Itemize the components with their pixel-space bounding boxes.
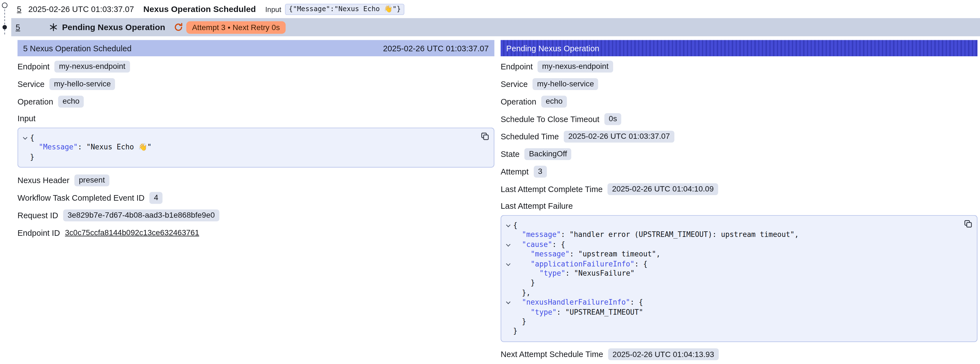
field-value-badge: 3e829b7e-7d67-4b08-aad3-b1e868bfe9e0	[63, 209, 219, 221]
code-token: "nexusHandlerFailureInfo"	[522, 298, 630, 308]
field-operation: Operation echo	[501, 93, 977, 110]
failure-section-label: Last Attempt Failure	[501, 198, 977, 214]
code-token: }	[531, 278, 535, 288]
event-panel-title: 5 Nexus Operation Scheduled	[23, 43, 132, 53]
field-label: Endpoint	[501, 62, 533, 71]
code-token: : "UPSTREAM_TIMEOUT"	[557, 307, 643, 317]
pending-panel-header: Pending Nexus Operation	[501, 40, 977, 56]
attempt-retry-badge: Attempt 3 • Next Retry 0s	[186, 21, 286, 34]
collapse-chevron-icon[interactable]	[503, 240, 513, 250]
field-wft-completed-event-id: Workflow Task Completed Event ID 4	[18, 189, 495, 206]
pending-panel-body: Endpoint my-nexus-endpoint Service my-he…	[501, 56, 977, 363]
field-state: State BackingOff	[501, 145, 977, 163]
field-value-badge: my-nexus-endpoint	[55, 61, 130, 72]
field-label: Endpoint ID	[18, 228, 60, 238]
code-gutter	[503, 278, 513, 288]
collapse-chevron-icon[interactable]	[503, 259, 513, 269]
code-token: "Message"	[39, 143, 78, 152]
field-value-badge: present	[75, 174, 109, 186]
collapse-chevron-icon[interactable]	[503, 298, 513, 308]
field-schedule-to-close-timeout: Schedule To Close Timeout 0s	[501, 110, 977, 128]
endpoint-id-link[interactable]: 3c0c75ccfa8144b092c13ce632463761	[65, 228, 199, 237]
code-gutter	[503, 317, 513, 327]
code-gutter	[503, 250, 513, 259]
event-id-link[interactable]: 5	[17, 5, 21, 14]
field-scheduled-time: Scheduled Time 2025-02-26 UTC 01:03:37.0…	[501, 128, 977, 145]
field-value-badge: my-hello-service	[49, 78, 115, 90]
field-label: Request ID	[18, 211, 58, 220]
field-value-badge: 4	[150, 192, 163, 204]
code-token: : {	[630, 298, 643, 308]
code-token: {	[30, 133, 35, 143]
code-line: }	[503, 317, 959, 327]
code-token: }	[513, 327, 517, 337]
event-panel-timestamp: 2025-02-26 UTC 01:03:37.07	[383, 43, 488, 53]
event-title: Nexus Operation Scheduled	[143, 5, 256, 14]
pending-operation-row[interactable]: 5 Pending Nexus Operation Attempt 3 • Ne…	[11, 18, 980, 36]
code-line: {	[503, 221, 959, 230]
copy-icon[interactable]	[964, 220, 972, 228]
code-token: "message"	[531, 250, 570, 259]
code-gutter	[19, 152, 30, 162]
code-line: }	[503, 278, 959, 288]
field-request-id: Request ID 3e829b7e-7d67-4b08-aad3-b1e86…	[18, 206, 495, 224]
field-label: Operation	[501, 97, 536, 106]
code-token: "type"	[531, 307, 557, 317]
field-value-badge: echo	[541, 95, 567, 107]
code-token: "type"	[539, 269, 565, 279]
field-label: Attempt	[501, 167, 529, 176]
field-label: Workflow Task Completed Event ID	[18, 193, 145, 203]
field-service: Service my-hello-service	[501, 75, 977, 93]
event-summary-row[interactable]: 5 2025-02-26 UTC 01:03:37.07 Nexus Opera…	[0, 0, 980, 18]
input-preview-value: {"Message":"Nexus Echo 👋"}	[285, 3, 404, 14]
pending-operation-panel: Pending Nexus Operation Endpoint my-nexu…	[501, 40, 977, 364]
pending-title: Pending Nexus Operation	[62, 22, 165, 32]
field-label: Last Attempt Complete Time	[501, 184, 603, 194]
field-value-badge: 2025-02-26 UTC 01:04:10.09	[608, 183, 718, 195]
code-line: "message": "upstream timeout",	[503, 250, 959, 259]
field-value-badge: 0s	[605, 113, 622, 125]
code-token: : "NexusFailure"	[565, 269, 635, 279]
code-token: {	[513, 221, 517, 230]
event-panel-header: 5 Nexus Operation Scheduled 2025-02-26 U…	[18, 40, 495, 56]
code-line: "cause": {	[503, 240, 959, 250]
field-value-badge: 3	[534, 165, 547, 177]
field-label: Operation	[18, 97, 53, 106]
code-gutter	[503, 230, 513, 240]
code-token: }	[30, 152, 35, 162]
input-section-label: Input	[18, 110, 495, 126]
code-token: "cause"	[522, 240, 552, 250]
field-label: Endpoint	[18, 62, 49, 71]
field-value-badge: 2025-02-26 UTC 01:03:37.07	[564, 131, 674, 142]
code-line: "Message": "Nexus Echo 👋"	[19, 143, 476, 152]
timeline-connector	[5, 10, 5, 35]
field-label: Nexus Header	[18, 176, 69, 185]
code-gutter	[19, 143, 30, 152]
code-gutter	[503, 288, 513, 298]
code-line: }	[19, 152, 476, 162]
code-gutter	[503, 307, 513, 317]
code-line: },	[503, 288, 959, 298]
field-label: Service	[18, 79, 45, 89]
timeline-dot-icon	[3, 25, 7, 30]
code-gutter	[503, 327, 513, 337]
copy-icon[interactable]	[480, 132, 489, 140]
event-panel-body: Endpoint my-nexus-endpoint Service my-he…	[18, 56, 495, 242]
event-detail-panel: 5 Nexus Operation Scheduled 2025-02-26 U…	[18, 40, 495, 242]
field-value-badge: my-hello-service	[533, 78, 598, 90]
field-service: Service my-hello-service	[18, 75, 495, 93]
collapse-chevron-icon[interactable]	[19, 133, 30, 143]
code-line: "nexusHandlerFailureInfo": {	[503, 298, 959, 308]
field-last-attempt-complete-time: Last Attempt Complete Time 2025-02-26 UT…	[501, 180, 977, 198]
event-timestamp: 2025-02-26 UTC 01:03:37.07	[28, 5, 134, 14]
collapse-chevron-icon[interactable]	[503, 221, 513, 230]
code-token: : "Nexus Echo 👋"	[78, 143, 151, 152]
code-line: "message": "handler error (UPSTREAM_TIME…	[503, 230, 959, 240]
code-line: {	[19, 133, 476, 143]
input-code-block: {"Message": "Nexus Echo 👋"}	[18, 128, 495, 168]
code-token: },	[522, 288, 530, 298]
pending-event-id-link[interactable]: 5	[16, 22, 20, 32]
field-value-badge: 2025-02-26 UTC 01:04:13.93	[608, 349, 718, 361]
field-next-attempt-schedule-time: Next Attempt Schedule Time 2025-02-26 UT…	[501, 346, 977, 363]
retry-icon	[174, 22, 183, 32]
